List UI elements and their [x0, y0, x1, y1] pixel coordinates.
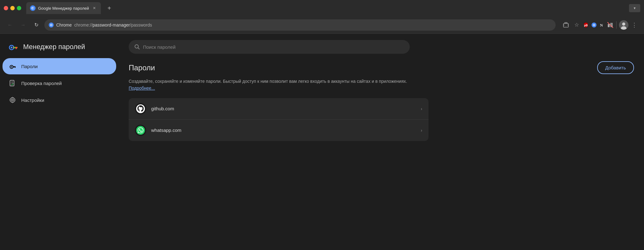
reload-button[interactable]: ↻	[31, 20, 41, 30]
github-favicon	[135, 103, 146, 114]
svg-point-36	[12, 99, 13, 101]
github-chevron: ›	[421, 106, 422, 111]
address-bar[interactable]: Chrome chrome://password-manager/passwor…	[44, 19, 556, 31]
svg-line-38	[138, 48, 140, 49]
svg-point-13	[593, 24, 595, 26]
active-tab[interactable]: Google Менеджер паролей ✕	[26, 2, 101, 14]
sidebar-item-settings[interactable]: Настройки	[2, 92, 116, 108]
sidebar-item-checkup[interactable]: Проверка паролей	[2, 75, 116, 91]
section-title: Пароли	[129, 63, 155, 72]
collapse-button[interactable]: ▾	[629, 4, 640, 12]
section-description: Создавайте, сохраняйте и изменяйте парол…	[129, 78, 410, 92]
sidebar-header: Менеджер паролей	[0, 34, 119, 58]
search-input[interactable]	[143, 44, 404, 50]
toolbar: ← → ↻ Chrome chrome://password-manager/p…	[0, 16, 644, 34]
chrome-ext-icon	[591, 22, 597, 28]
star-icon: ☆	[574, 22, 579, 28]
forward-icon: →	[21, 22, 26, 28]
svg-text:N: N	[600, 23, 603, 28]
svg-point-29	[11, 66, 12, 68]
maximize-button[interactable]	[17, 6, 21, 10]
svg-text:μB: μB	[584, 23, 588, 27]
new-tab-button[interactable]: +	[105, 3, 114, 13]
back-icon: ←	[7, 22, 12, 28]
passwords-label: Пароли	[21, 64, 38, 69]
reload-icon: ↻	[34, 22, 38, 28]
back-button[interactable]: ←	[5, 20, 15, 30]
url-path: /passwords	[130, 22, 152, 28]
svg-point-2	[32, 8, 33, 9]
forward-button[interactable]: →	[18, 20, 28, 30]
disabled-ext-icon	[607, 22, 613, 28]
password-item-github[interactable]: github.com ›	[129, 98, 429, 120]
avatar-icon	[619, 20, 628, 30]
svg-point-5	[51, 24, 52, 26]
password-manager-logo	[7, 41, 19, 52]
browser-content: Менеджер паролей Пароли	[0, 34, 644, 250]
whatsapp-icon	[136, 126, 145, 135]
search-icon	[134, 44, 140, 50]
ublock-extension-button[interactable]: μB	[582, 22, 589, 28]
description-text: Создавайте, сохраняйте и изменяйте парол…	[129, 79, 407, 84]
close-button[interactable]	[4, 6, 8, 10]
password-item-whatsapp[interactable]: whatsapp.com ›	[129, 120, 429, 141]
chrome-extension-button[interactable]	[591, 22, 597, 28]
settings-icon	[9, 97, 16, 103]
notion-extension-button[interactable]: N	[599, 22, 606, 28]
svg-point-40	[136, 126, 145, 135]
tab-close-button[interactable]: ✕	[92, 5, 97, 11]
checkup-icon	[9, 80, 16, 87]
main-content: Пароли Добавить Создавайте, сохраняйте и…	[119, 34, 644, 250]
svg-rect-7	[565, 22, 567, 23]
key-icon	[9, 63, 16, 70]
minimize-button[interactable]	[10, 6, 15, 10]
add-password-button[interactable]: Добавить	[597, 61, 634, 74]
sidebar-item-passwords[interactable]: Пароли	[2, 58, 116, 74]
tab-title: Google Менеджер паролей	[38, 6, 89, 11]
toolbar-divider	[616, 21, 617, 29]
github-domain: github.com	[151, 106, 416, 111]
profile-avatar[interactable]	[619, 20, 628, 30]
ublock-icon: μB	[583, 22, 589, 28]
bookmark-button[interactable]: ☆	[572, 20, 581, 30]
whatsapp-favicon	[135, 125, 146, 136]
toolbar-actions: ☆ μB N	[561, 20, 639, 30]
learn-more-link[interactable]: Подробнее...	[129, 86, 155, 91]
traffic-lights	[4, 6, 21, 10]
whatsapp-chevron: ›	[421, 128, 422, 133]
settings-label: Настройки	[21, 98, 44, 103]
url-host: password-manager	[92, 22, 130, 28]
whatsapp-domain: whatsapp.com	[151, 128, 416, 133]
checkup-label: Проверка паролей	[21, 81, 62, 86]
sidebar: Менеджер паролей Пароли	[0, 34, 119, 250]
svg-point-20	[622, 22, 625, 26]
svg-point-24	[11, 47, 12, 48]
disabled-extension-button[interactable]	[607, 22, 614, 28]
github-icon	[136, 104, 145, 113]
url-scheme: chrome://	[74, 22, 92, 28]
address-url: chrome://password-manager/passwords	[74, 22, 152, 28]
svg-rect-6	[563, 23, 568, 27]
sidebar-title: Менеджер паролей	[23, 43, 85, 51]
password-list: github.com › whatsapp.com ›	[129, 98, 429, 141]
svg-rect-26	[16, 47, 17, 49]
section-header: Пароли Добавить	[129, 61, 634, 74]
menu-icon: ⋮	[632, 22, 637, 28]
screenshot-icon	[563, 22, 569, 28]
titlebar: Google Менеджер паролей ✕ + ▾	[0, 0, 644, 16]
screenshot-button[interactable]	[561, 20, 571, 30]
address-brand: Chrome	[56, 22, 72, 28]
notion-icon: N	[599, 22, 605, 28]
search-bar[interactable]	[129, 40, 410, 54]
svg-rect-27	[14, 47, 15, 48]
tab-favicon	[30, 5, 36, 11]
menu-button[interactable]: ⋮	[630, 20, 639, 30]
svg-rect-32	[13, 66, 14, 68]
address-favicon	[49, 22, 54, 28]
svg-rect-31	[15, 66, 16, 68]
